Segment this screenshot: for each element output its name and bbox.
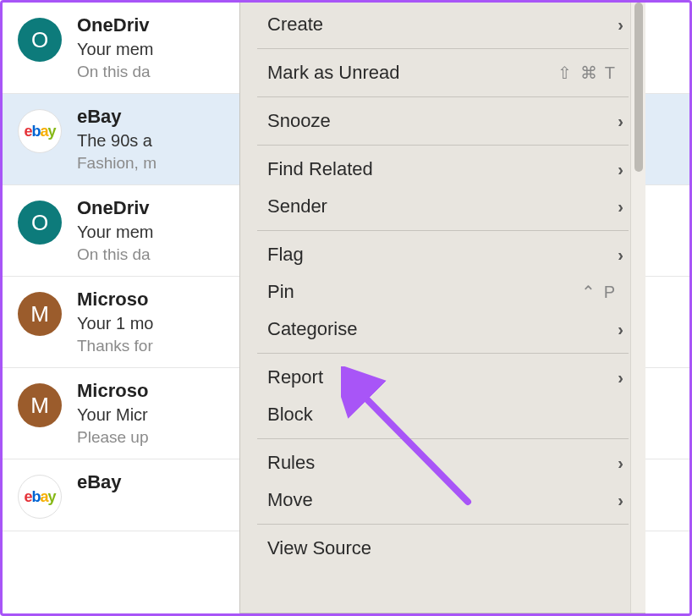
ebay-logo-icon: ebay bbox=[24, 123, 55, 140]
menu-label: Move bbox=[267, 489, 618, 511]
block-menu-item[interactable]: Block bbox=[240, 396, 645, 433]
menu-separator bbox=[257, 353, 629, 354]
scrollbar-thumb[interactable] bbox=[634, 3, 643, 172]
avatar: M bbox=[18, 383, 62, 427]
menu-separator bbox=[257, 438, 629, 439]
sender-menu-item[interactable]: Sender › bbox=[240, 188, 645, 225]
chevron-right-icon: › bbox=[618, 245, 623, 265]
menu-label: Pin bbox=[267, 281, 581, 303]
chevron-right-icon: › bbox=[618, 112, 623, 131]
menu-label: View Source bbox=[267, 537, 623, 559]
chevron-right-icon: › bbox=[618, 197, 623, 217]
avatar: O bbox=[18, 201, 62, 245]
avatar: ebay bbox=[18, 109, 62, 153]
menu-label: Mark as Unread bbox=[267, 62, 557, 84]
menu-label: Create bbox=[267, 14, 618, 36]
menu-separator bbox=[257, 230, 629, 231]
chevron-right-icon: › bbox=[618, 15, 623, 35]
menu-separator bbox=[257, 48, 629, 49]
avatar: M bbox=[18, 292, 62, 336]
menu-label: Find Related bbox=[267, 158, 618, 180]
rules-menu-item[interactable]: Rules › bbox=[240, 444, 645, 481]
chevron-right-icon: › bbox=[618, 454, 623, 473]
chevron-right-icon: › bbox=[618, 160, 623, 179]
menu-label: Flag bbox=[267, 244, 618, 266]
view-source-menu-item[interactable]: View Source bbox=[240, 530, 645, 567]
menu-label: Block bbox=[267, 404, 623, 426]
flag-menu-item[interactable]: Flag › bbox=[240, 236, 645, 273]
avatar: ebay bbox=[18, 475, 62, 519]
menu-separator bbox=[257, 145, 629, 146]
context-menu: Create › Mark as Unread ⇧ ⌘ T Snooze › F… bbox=[239, 3, 645, 613]
menu-separator bbox=[257, 524, 629, 525]
menu-separator bbox=[257, 96, 629, 97]
snooze-menu-item[interactable]: Snooze › bbox=[240, 102, 645, 140]
ebay-logo-icon: ebay bbox=[24, 488, 55, 506]
chevron-right-icon: › bbox=[618, 491, 623, 510]
keyboard-shortcut: ⌃ P bbox=[581, 282, 617, 302]
move-menu-item[interactable]: Move › bbox=[240, 481, 645, 519]
menu-label: Snooze bbox=[267, 110, 618, 132]
categorise-menu-item[interactable]: Categorise › bbox=[240, 311, 645, 348]
mark-unread-menu-item[interactable]: Mark as Unread ⇧ ⌘ T bbox=[240, 54, 645, 91]
report-menu-item[interactable]: Report › bbox=[240, 359, 645, 396]
pin-menu-item[interactable]: Pin ⌃ P bbox=[240, 273, 645, 311]
menu-label: Categorise bbox=[267, 318, 618, 340]
keyboard-shortcut: ⇧ ⌘ T bbox=[557, 63, 617, 83]
menu-label: Rules bbox=[267, 452, 618, 474]
chevron-right-icon: › bbox=[618, 368, 623, 388]
find-related-menu-item[interactable]: Find Related › bbox=[240, 151, 645, 188]
create-menu-item[interactable]: Create › bbox=[240, 6, 645, 43]
menu-label: Report bbox=[267, 366, 618, 388]
avatar: O bbox=[18, 18, 62, 62]
chevron-right-icon: › bbox=[618, 320, 623, 339]
scrollbar-track[interactable] bbox=[630, 3, 645, 613]
menu-label: Sender bbox=[267, 195, 618, 217]
